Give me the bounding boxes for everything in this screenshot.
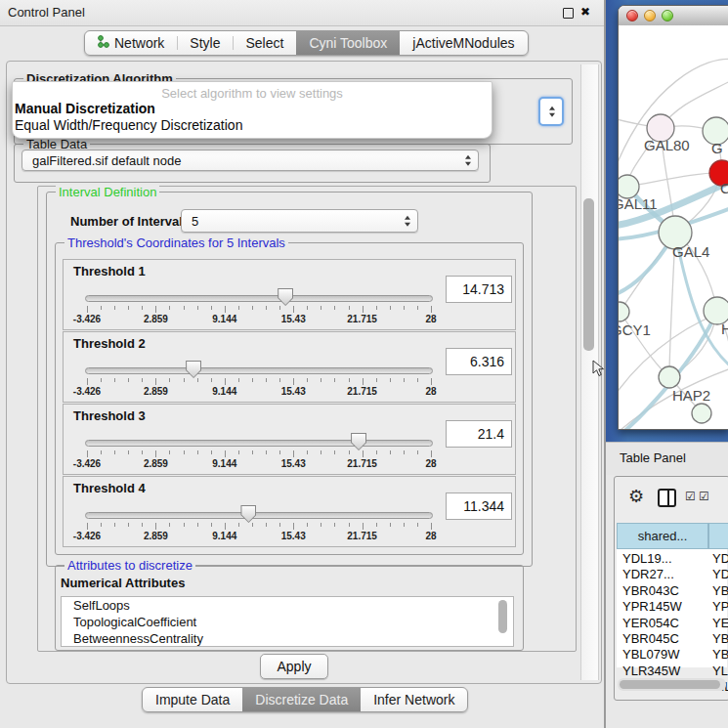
close-icon[interactable]: ✖ xyxy=(580,5,590,19)
slider-tick xyxy=(293,378,294,385)
slider-tick-label: 28 xyxy=(425,386,436,397)
slider-tick xyxy=(114,378,115,382)
table-cell[interactable]: YDL1 xyxy=(712,551,728,566)
attribute-list-item[interactable]: TopologicalCoefficient xyxy=(62,614,513,630)
slider-tick-label: 28 xyxy=(425,531,436,541)
gear-icon[interactable]: ⚙ xyxy=(628,486,644,506)
slider-tick xyxy=(293,450,294,457)
slider-tick xyxy=(390,306,391,310)
network-node-gcy1[interactable] xyxy=(619,302,629,321)
bottom-tabbar: Impute Data Discretize Data Infer Networ… xyxy=(142,687,468,712)
checkbox-icon[interactable]: ☑ xyxy=(685,490,696,503)
slider-track[interactable] xyxy=(85,295,433,302)
slider-tick-label: 2.859 xyxy=(144,458,168,469)
column-header-name[interactable]: n xyxy=(708,523,728,549)
tab-label: Impute Data xyxy=(155,692,230,707)
table-cell[interactable]: YDR2 xyxy=(712,567,728,581)
panel-scrollbar-thumb[interactable] xyxy=(583,198,594,351)
network-node-unlabeled[interactable] xyxy=(692,404,711,423)
table-cell[interactable]: YBR045C xyxy=(622,631,679,646)
slider-tick xyxy=(404,523,405,527)
table-cell[interactable]: YER0 xyxy=(712,616,728,630)
table-data-combo-value: galFiltered.sif default node xyxy=(32,153,181,168)
slider-thumb[interactable] xyxy=(240,505,256,523)
attribute-list-item[interactable]: BetweennessCentrality xyxy=(62,630,513,647)
table-cell[interactable]: YLR3 xyxy=(712,664,728,678)
slider-tick xyxy=(155,523,156,530)
slider-tick xyxy=(142,378,143,382)
table-hscrollbar-thumb[interactable] xyxy=(620,680,720,689)
number-of-intervals-combo[interactable]: 5 xyxy=(181,209,418,233)
table-hscrollbar-track[interactable] xyxy=(618,678,726,691)
network-canvas[interactable]: GAL80GCGAL11GAL4GCY1HHAP2 xyxy=(619,25,728,429)
float-window-icon[interactable] xyxy=(563,8,574,19)
close-traffic-light-icon[interactable] xyxy=(626,10,638,21)
slider-tick xyxy=(197,306,198,310)
list-scrollbar-thumb[interactable] xyxy=(498,600,507,633)
tab-style[interactable]: Style xyxy=(177,31,233,55)
slider-thumb[interactable] xyxy=(351,433,366,450)
slider-thumb[interactable] xyxy=(186,361,201,378)
slider-tick xyxy=(128,523,129,527)
slider-tick-label: -3.426 xyxy=(73,458,101,469)
threshold-label: Threshold 1 xyxy=(73,264,146,278)
slider-track[interactable] xyxy=(85,512,433,519)
algorithm-combo-stepper[interactable] xyxy=(538,97,564,126)
tab-jactivemnodules[interactable]: jActiveMNodules xyxy=(400,31,527,55)
tab-infer-network[interactable]: Infer Network xyxy=(361,688,467,711)
threshold-label: Threshold 4 xyxy=(73,481,146,495)
split-columns-icon[interactable] xyxy=(658,489,676,507)
minimize-traffic-light-icon[interactable] xyxy=(644,10,656,21)
table-cell[interactable]: YER054C xyxy=(622,616,679,630)
table-data-combo[interactable]: galFiltered.sif default node xyxy=(21,150,479,171)
slider-tick xyxy=(225,450,226,457)
network-window-titlebar[interactable] xyxy=(619,6,728,26)
table-cell[interactable]: YPR145W xyxy=(622,599,682,614)
table-cell[interactable]: YBR0 xyxy=(712,631,728,646)
interval-definition-title: Interval Definition xyxy=(56,185,159,199)
slider-thumb[interactable] xyxy=(278,288,293,306)
table-cell[interactable]: YDL19... xyxy=(622,551,672,566)
table-cell[interactable]: YLR345W xyxy=(622,664,680,678)
tab-network[interactable]: Network xyxy=(85,31,177,55)
algorithm-option-equal-width[interactable]: Equal Width/Frequency Discretization xyxy=(15,117,242,133)
node-label: H xyxy=(721,321,728,337)
threshold-value-field[interactable]: 21.4 xyxy=(446,420,512,448)
threshold-value-field[interactable]: 6.316 xyxy=(446,348,512,375)
apply-button[interactable]: Apply xyxy=(260,654,328,679)
slider-tick xyxy=(363,306,364,313)
tab-select[interactable]: Select xyxy=(233,31,296,55)
zoom-traffic-light-icon[interactable] xyxy=(662,10,673,21)
slider-tick xyxy=(349,306,350,310)
slider-tick xyxy=(307,306,308,310)
threshold-value-field[interactable]: 11.344 xyxy=(446,492,512,520)
table-cell[interactable]: YPR1 xyxy=(712,599,728,614)
threshold-value-field[interactable]: 14.713 xyxy=(446,276,512,303)
slider-tick xyxy=(184,378,185,382)
network-node-hap2[interactable] xyxy=(659,366,680,388)
slider-tick xyxy=(349,450,350,454)
node-label: C xyxy=(720,180,728,196)
table-cell[interactable]: YBL079W xyxy=(622,647,680,662)
attribute-list-item[interactable]: SelfLoops xyxy=(62,597,513,614)
stepper-arrows-icon xyxy=(465,155,471,166)
slider-track[interactable] xyxy=(85,367,433,374)
tab-impute-data[interactable]: Impute Data xyxy=(143,688,242,711)
slider-tick xyxy=(238,450,239,454)
slider-tick xyxy=(404,306,405,310)
tab-discretize-data[interactable]: Discretize Data xyxy=(242,688,361,711)
table-cell[interactable]: YBR043C xyxy=(622,583,679,598)
mouse-cursor xyxy=(592,360,606,377)
checkbox-icon[interactable]: ☑ xyxy=(699,490,709,503)
table-cell[interactable]: YBR0 xyxy=(712,583,728,598)
slider-track[interactable] xyxy=(85,440,433,447)
slider-tick xyxy=(334,523,335,527)
table-cell[interactable]: YBL0 xyxy=(712,647,728,662)
network-view-window[interactable]: GAL80GCGAL11GAL4GCY1HHAP2 xyxy=(618,5,728,430)
numerical-attributes-list[interactable]: SelfLoopsTopologicalCoefficientBetweenne… xyxy=(61,596,514,647)
slider-tick-label: 15.43 xyxy=(281,314,306,324)
table-cell[interactable]: YDR27... xyxy=(622,567,674,581)
algorithm-option-manual[interactable]: Manual Discretization xyxy=(15,101,155,116)
column-header-shared-name[interactable]: shared... xyxy=(617,523,708,549)
tab-cyni-toolbox[interactable]: Cyni Toolbox xyxy=(296,31,400,55)
